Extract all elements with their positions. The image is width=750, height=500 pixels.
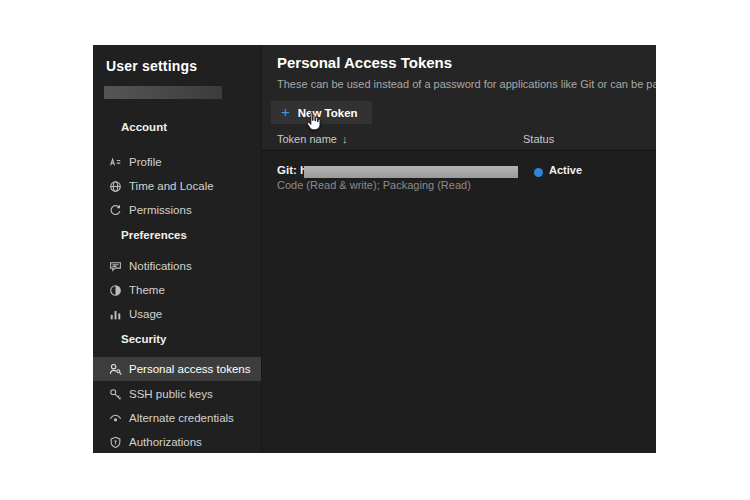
sidebar-item-label: SSH public keys <box>129 388 213 400</box>
sidebar-heading-account: Account <box>121 121 167 133</box>
table-row[interactable]: Git: https:// Code (Read & write); Packa… <box>262 157 656 203</box>
sidebar-item-label: Alternate credentials <box>129 412 234 424</box>
sidebar-heading-preferences: Preferences <box>121 229 187 241</box>
column-header-token-name[interactable]: Token name↓ <box>277 133 347 145</box>
sidebar-item-permissions[interactable]: Permissions <box>93 198 261 222</box>
status-badge: Active <box>549 164 582 176</box>
sidebar-item-label: Notifications <box>129 260 192 272</box>
status-active-dot <box>534 168 543 177</box>
sidebar-title: User settings <box>106 58 197 74</box>
page-title: Personal Access Tokens <box>277 54 452 71</box>
globe-clock-icon <box>109 180 122 193</box>
sync-icon <box>109 204 122 217</box>
sidebar-item-time-locale[interactable]: Time and Locale <box>93 174 261 198</box>
eye-icon <box>109 412 122 425</box>
personal-access-tokens-panel: Personal Access Tokens These can be used… <box>262 45 656 453</box>
shield-icon <box>109 436 122 449</box>
page-subtitle: These can be used instead of a password … <box>277 78 656 90</box>
plus-icon: + <box>281 104 290 119</box>
bar-chart-icon <box>109 308 122 321</box>
sidebar-item-authorizations[interactable]: Authorizations <box>93 430 261 454</box>
comment-icon <box>109 260 122 273</box>
new-token-button[interactable]: + New Token <box>271 101 372 124</box>
page: { "colors": { "accent": "#3a96dd", "stat… <box>0 0 750 500</box>
sidebar-item-label: Authorizations <box>129 436 202 448</box>
sidebar-item-label: Usage <box>129 308 162 320</box>
sidebar-item-profile[interactable]: Profile <box>93 150 261 174</box>
new-token-button-label: New Token <box>298 107 358 119</box>
sidebar-item-usage[interactable]: Usage <box>93 302 261 326</box>
key-icon <box>109 388 122 401</box>
contact-card-icon <box>109 156 122 169</box>
theme-icon <box>109 284 122 297</box>
sidebar-item-label: Theme <box>129 284 165 296</box>
sidebar-item-personal-access-tokens[interactable]: Personal access tokens <box>93 357 261 381</box>
column-header-status[interactable]: Status <box>523 133 554 145</box>
sidebar-heading-security: Security <box>121 333 166 345</box>
user-settings-window: User settings Account Profile Time and L… <box>93 45 656 453</box>
username-redacted-bar <box>104 86 222 99</box>
table-header: Token name↓ Status <box>262 133 656 147</box>
sidebar-item-notifications[interactable]: Notifications <box>93 254 261 278</box>
token-name-redacted-bar <box>304 166 518 178</box>
sidebar-item-label: Profile <box>129 156 162 168</box>
main-header-section: Personal Access Tokens These can be used… <box>262 45 656 151</box>
sidebar: User settings Account Profile Time and L… <box>93 45 262 453</box>
token-scopes: Code (Read & write); Packaging (Read) <box>277 179 471 191</box>
sidebar-item-theme[interactable]: Theme <box>93 278 261 302</box>
sort-descending-icon: ↓ <box>342 133 348 145</box>
person-key-icon <box>109 363 122 376</box>
sidebar-item-label: Time and Locale <box>129 180 214 192</box>
sidebar-item-label: Personal access tokens <box>129 363 250 375</box>
sidebar-item-ssh-public-keys[interactable]: SSH public keys <box>93 382 261 406</box>
sidebar-item-alternate-credentials[interactable]: Alternate credentials <box>93 406 261 430</box>
sidebar-item-label: Permissions <box>129 204 192 216</box>
